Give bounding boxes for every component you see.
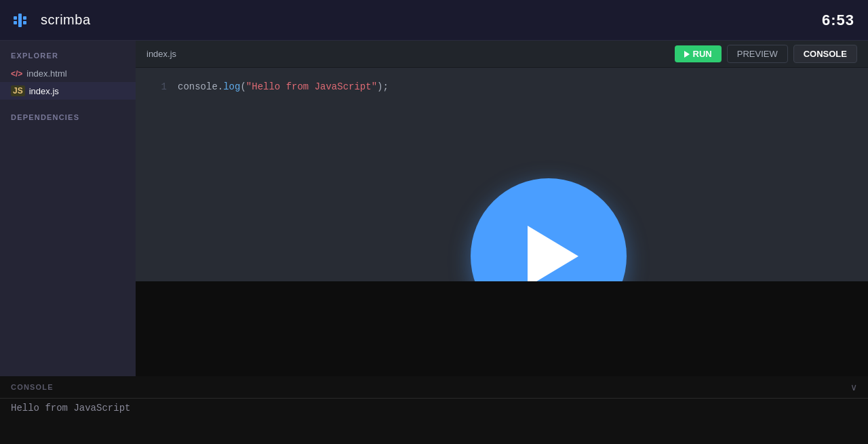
editor-area: index.js RUN PREVIEW CONSOLE 1 console.l… [136,41,868,444]
main-container: EXPLORER </> index.html JS index.js DEPE… [0,41,868,444]
preview-button[interactable]: PREVIEW [727,45,788,63]
dependencies-label: DEPENDENCIES [0,100,136,127]
console-panel: CONSOLE ∨ Hello from JavaScript [0,376,868,444]
logo-text: scrimba [41,12,91,28]
code-console: console [178,81,218,92]
scrimba-logo-icon [14,11,35,30]
play-icon [528,226,578,287]
console-header: CONSOLE ∨ [0,376,868,399]
toolbar-buttons: RUN PREVIEW CONSOLE [675,45,857,63]
svg-rect-2 [18,14,22,27]
console-chevron-icon[interactable]: ∨ [850,382,857,392]
line-number-1: 1 [146,79,167,95]
console-output: Hello from JavaScript [0,399,868,418]
code-log: log [223,81,240,92]
run-button[interactable]: RUN [675,45,722,62]
code-content-1: console.log("Hello from JavaScript"); [178,79,389,95]
file-tab: index.js [146,49,176,59]
logo-area: scrimba [14,11,91,30]
run-icon [684,51,690,58]
run-label: RUN [693,49,712,59]
js-file-name: index.js [29,86,59,96]
code-line-1: 1 console.log("Hello from JavaScript"); [136,79,868,95]
explorer-label: EXPLORER [0,52,136,65]
console-button[interactable]: CONSOLE [793,45,857,63]
sidebar-item-index-html[interactable]: </> index.html [0,65,136,82]
svg-rect-0 [14,16,17,20]
js-file-icon: JS [11,85,25,96]
html-file-icon: </> [11,69,22,79]
timer-display: 6:53 [822,12,854,29]
code-paren-close: ); [377,81,389,92]
console-label: CONSOLE [11,383,54,391]
svg-rect-4 [23,21,26,24]
header: scrimba 6:53 [0,0,868,41]
svg-rect-1 [14,21,17,24]
code-paren: ( [240,81,245,92]
sidebar-item-index-js[interactable]: JS index.js [0,82,136,100]
svg-rect-3 [23,16,26,20]
code-string: "Hello from JavaScript" [246,81,377,92]
code-dot: . [218,81,223,92]
editor-header: index.js RUN PREVIEW CONSOLE [136,41,868,68]
html-file-name: index.html [26,68,66,79]
